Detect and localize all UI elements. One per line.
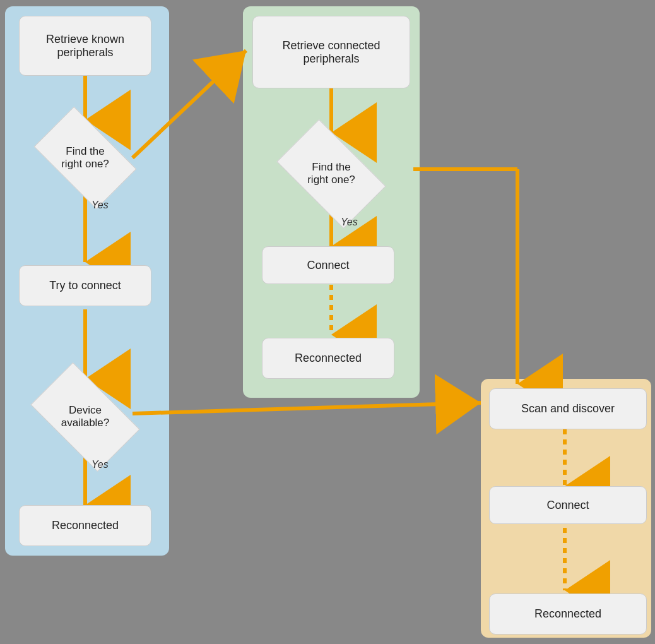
yes-label-2: Yes	[341, 217, 358, 228]
box-reconnected-3: Reconnected	[489, 593, 647, 635]
box-reconnected-1: Reconnected	[19, 505, 151, 546]
box-connect-2: Connect	[489, 486, 647, 524]
svg-line-11	[133, 403, 481, 414]
yes-label-device: Yes	[91, 459, 109, 470]
box-retrieve-connected: Retrieve connected peripherals	[252, 16, 410, 88]
box-scan-discover: Scan and discover	[489, 388, 647, 429]
diamond-find-right-2: Find theright one?	[249, 129, 413, 218]
diamond-find-right-1: Find theright one?	[19, 117, 151, 199]
yes-label-1: Yes	[91, 200, 109, 211]
flowchart: Retrieve known peripherals Find theright…	[0, 0, 655, 644]
box-reconnected-2: Reconnected	[262, 338, 394, 379]
box-connect-1: Connect	[262, 246, 394, 284]
box-try-connect: Try to connect	[19, 265, 151, 306]
box-retrieve-known: Retrieve known peripherals	[19, 16, 151, 76]
diamond-device-available: Deviceavailable?	[16, 373, 155, 461]
